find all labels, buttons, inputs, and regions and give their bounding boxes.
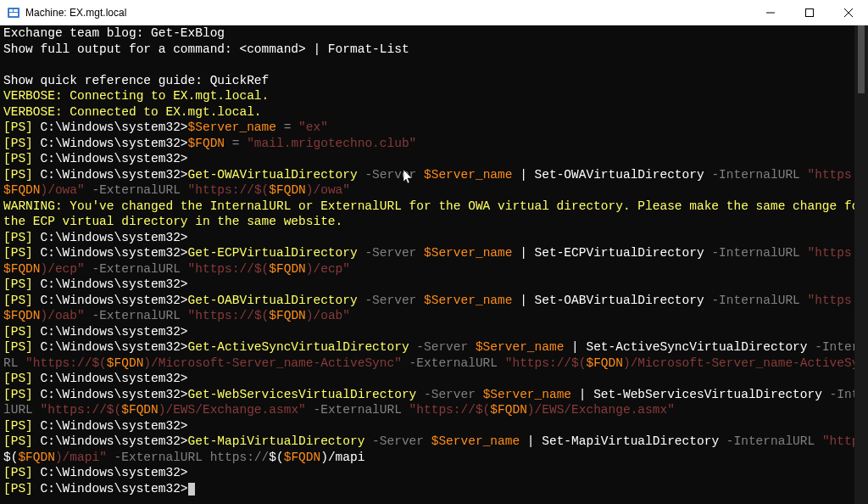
- maximize-button[interactable]: [790, 0, 829, 25]
- scrollbar[interactable]: [854, 25, 868, 504]
- window-title: Machine: EX.mgt.local: [25, 7, 126, 19]
- app-window: Machine: EX.mgt.local Exchange team blog…: [0, 0, 868, 504]
- app-icon: [7, 6, 20, 20]
- svg-rect-2: [14, 9, 18, 12]
- titlebar[interactable]: Machine: EX.mgt.local: [0, 0, 868, 25]
- svg-rect-1: [9, 9, 13, 12]
- svg-rect-5: [806, 9, 814, 17]
- minimize-button[interactable]: [751, 0, 790, 25]
- scroll-thumb[interactable]: [858, 25, 865, 93]
- close-button[interactable]: [829, 0, 868, 25]
- svg-rect-3: [9, 13, 18, 16]
- terminal-container: Exchange team blog: Get-ExBlog Show full…: [0, 25, 868, 504]
- window-controls: [751, 0, 868, 25]
- terminal-output[interactable]: Exchange team blog: Get-ExBlog Show full…: [0, 25, 854, 504]
